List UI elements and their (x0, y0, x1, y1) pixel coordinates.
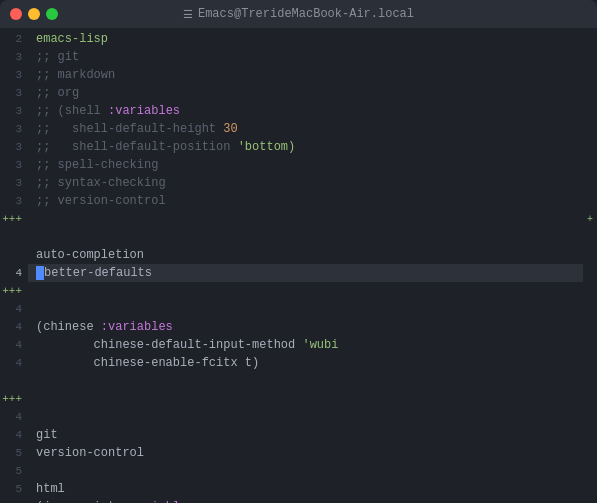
line-num: 4 (0, 336, 28, 354)
line-num: 5 (0, 480, 28, 498)
line-num: 3 (0, 192, 28, 210)
right-indicator (583, 192, 597, 210)
syntax-checking-line: ;; syntax-checking (28, 174, 583, 192)
right-indicator (583, 318, 597, 336)
code-line: html (28, 480, 583, 498)
right-indicator (583, 282, 597, 300)
line-num-current: 4 (0, 264, 28, 282)
line-num: 5 (0, 462, 28, 480)
line-num: +++ (0, 390, 28, 408)
current-line[interactable]: better-defaults (28, 264, 583, 282)
line-num: 4 (0, 408, 28, 426)
line-num: 4 (0, 426, 28, 444)
right-diff-marker: + (583, 210, 597, 228)
code-line (28, 372, 583, 390)
line-number-gutter: 2 3 3 3 3 3 3 3 3 3 +++ 4 +++ 4 4 4 4 ++… (0, 28, 28, 503)
line-num: 3 (0, 48, 28, 66)
line-num: 3 (0, 120, 28, 138)
title-text: Emacs@TrerideMacBook-Air.local (198, 7, 414, 21)
code-line: auto-completion (28, 246, 583, 264)
code-line: ;; (shell :variables (28, 102, 583, 120)
code-line: git (28, 426, 583, 444)
line-num: 5 (0, 444, 28, 462)
right-indicator (583, 228, 597, 246)
code-line (28, 408, 583, 426)
code-line: ;; markdown (28, 66, 583, 84)
right-indicator (583, 372, 597, 390)
right-indicator (583, 300, 597, 318)
titlebar: ☰ Emacs@TrerideMacBook-Air.local (0, 0, 597, 28)
line-num: 4 (0, 354, 28, 372)
right-indicator (583, 264, 597, 282)
line-num: 4 (0, 300, 28, 318)
line-num: +++ (0, 210, 28, 228)
code-line (28, 390, 583, 408)
line-num: +++ (0, 282, 28, 300)
code-line (28, 210, 583, 228)
window-title: ☰ Emacs@TrerideMacBook-Air.local (183, 7, 414, 21)
right-indicator (583, 336, 597, 354)
close-button[interactable] (10, 8, 22, 20)
right-indicator (583, 138, 597, 156)
line-num: 3 (0, 66, 28, 84)
right-indicator (583, 84, 597, 102)
right-indicator (583, 30, 597, 48)
right-gutter: + (583, 28, 597, 503)
maximize-button[interactable] (46, 8, 58, 20)
right-indicator (583, 120, 597, 138)
code-line: chinese-enable-fcitx t) (28, 354, 583, 372)
editor-area[interactable]: 2 3 3 3 3 3 3 3 3 3 +++ 4 +++ 4 4 4 4 ++… (0, 28, 597, 503)
code-line: (chinese :variables (28, 318, 583, 336)
code-line: emacs-lisp (28, 30, 583, 48)
code-line (28, 300, 583, 318)
emacs-window: ☰ Emacs@TrerideMacBook-Air.local 2 3 3 3… (0, 0, 597, 503)
right-indicator (583, 246, 597, 264)
line-num: 3 (0, 174, 28, 192)
line-num: 2 (0, 30, 28, 48)
code-line: ;; shell-default-height 30 (28, 120, 583, 138)
line-num: 4 (0, 318, 28, 336)
line-num: 5 (0, 498, 28, 503)
code-line: (javascript :variables (28, 498, 583, 503)
window-controls[interactable] (10, 8, 58, 20)
right-indicator (583, 156, 597, 174)
code-line: chinese-default-input-method 'wubi (28, 336, 583, 354)
right-indicator (583, 66, 597, 84)
cursor (36, 266, 44, 280)
line-num: 3 (0, 102, 28, 120)
right-indicator (583, 102, 597, 120)
line-num (0, 372, 28, 390)
code-line: ;; org (28, 84, 583, 102)
line-num: 3 (0, 138, 28, 156)
line-num (0, 228, 28, 246)
code-line: ;; spell-checking (28, 156, 583, 174)
line-num (0, 246, 28, 264)
right-indicator (583, 174, 597, 192)
right-indicator (583, 354, 597, 372)
code-line (28, 282, 583, 300)
code-content[interactable]: emacs-lisp ;; git ;; markdown ;; org ;; … (28, 28, 583, 503)
code-line: ;; git (28, 48, 583, 66)
emacs-icon: ☰ (183, 8, 193, 21)
code-line: version-control (28, 444, 583, 462)
minimize-button[interactable] (28, 8, 40, 20)
line-num: 3 (0, 84, 28, 102)
code-line (28, 462, 583, 480)
code-line (28, 228, 583, 246)
line-num: 3 (0, 156, 28, 174)
code-line: ;; shell-default-position 'bottom) (28, 138, 583, 156)
code-line: ;; version-control (28, 192, 583, 210)
right-indicator (583, 48, 597, 66)
